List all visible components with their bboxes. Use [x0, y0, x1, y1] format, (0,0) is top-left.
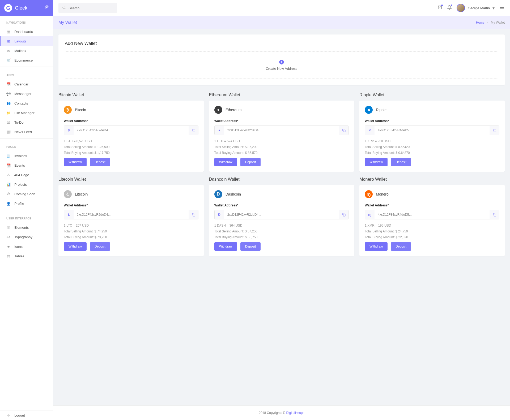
coin-name: Bitcoin	[75, 108, 86, 112]
coin-name: Ethereum	[226, 108, 242, 112]
footer-link[interactable]: DigitalHeaps	[286, 411, 304, 415]
wallet-rate: 1 LTC = 267 USD	[64, 224, 198, 227]
deposit-button[interactable]: Deposit	[90, 242, 110, 251]
logo[interactable]: G Gleek	[4, 4, 27, 12]
withdraw-button[interactable]: Withdraw	[365, 242, 388, 251]
footer: 2018 Copyrights © DigitalHeaps	[53, 405, 510, 420]
badge-dot	[451, 5, 452, 6]
user-icon: 👤	[6, 201, 11, 206]
wallet-selling: Total Selling Amount: $ 0.65420	[365, 145, 499, 149]
sidebar-nav: NAVIGATIONS ▦Dashboards ⊞Layouts ✉Mailbo…	[0, 16, 53, 410]
coin-icon: ɱ	[365, 190, 373, 198]
wallet-card: ɱ Monero Wallet Address* ɱ 1 XMR = 195 U…	[359, 185, 505, 256]
wallet-address-input[interactable]	[224, 210, 339, 219]
user-menu[interactable]: George Martin ▾	[457, 4, 495, 12]
sidebar-item-elements[interactable]: ◫Elements	[0, 223, 53, 232]
coin-icon: Đ	[214, 190, 222, 198]
breadcrumb-current: My Wallet	[491, 21, 505, 24]
wallet-selling: Total Selling Amount: $ 24,750	[365, 230, 499, 233]
wallet-heading: Monero Wallet	[359, 177, 505, 182]
withdraw-button[interactable]: Withdraw	[365, 158, 388, 166]
messages-icon[interactable]	[437, 5, 442, 11]
coin-icon: ♦	[214, 106, 222, 114]
coin-icon: Ł	[64, 190, 72, 198]
wallet-block: Bitcoin Wallet ₿ Bitcoin Wallet Address*…	[58, 93, 204, 172]
wallet-address-input[interactable]	[74, 126, 189, 135]
coin-name: Dashcoin	[226, 192, 241, 196]
deposit-button[interactable]: Deposit	[240, 158, 261, 166]
wallet-address-input[interactable]	[375, 210, 490, 219]
withdraw-button[interactable]: Withdraw	[64, 158, 87, 166]
coin-name: Ripple	[376, 108, 386, 112]
deposit-button[interactable]: Deposit	[391, 242, 411, 251]
wallet-card: ₿ Bitcoin Wallet Address* ₿ 1 BTC = 8,52…	[58, 101, 204, 172]
deposit-button[interactable]: Deposit	[240, 242, 261, 251]
events-icon: 📆	[6, 163, 11, 167]
coin-icon: ₿	[64, 106, 72, 114]
search-box[interactable]	[58, 3, 117, 13]
sidebar-item-messanger[interactable]: 💬Messanger	[0, 89, 53, 98]
copy-icon[interactable]	[339, 126, 348, 135]
copy-icon[interactable]	[490, 210, 499, 219]
avatar	[457, 4, 465, 12]
wallet-rate: 1 XMR = 195 USD	[365, 224, 499, 227]
sidebar-item-coming-soon[interactable]: ⏱Coming Soon	[0, 189, 53, 199]
user-name: George Martin	[468, 6, 490, 10]
wallet-address-input[interactable]	[375, 126, 490, 135]
wallet-selling: Total Selling Amount: $ 74,250	[64, 230, 198, 233]
wallet-card: Ł Litecoin Wallet Address* Ł 1 LTC = 267…	[58, 185, 204, 256]
sidebar-item-404[interactable]: ⚠404 Page	[0, 170, 53, 180]
main: George Martin ▾ My Wallet Home - My Wall…	[53, 0, 510, 420]
tools-icon[interactable]	[44, 5, 49, 11]
topbar: George Martin ▾	[53, 0, 510, 16]
wallet-address-label: Wallet Address*	[365, 203, 499, 207]
sidebar-item-tables[interactable]: ▤Tables	[0, 251, 53, 261]
wallet-address-group: ✕	[365, 125, 499, 135]
copy-icon[interactable]	[189, 210, 198, 219]
wallet-rate: 1 XRP = 250 USD	[365, 139, 499, 143]
sidebar-item-mailbox[interactable]: ✉Mailbox	[0, 46, 53, 55]
withdraw-button[interactable]: Withdraw	[214, 158, 237, 166]
sidebar-item-invoices[interactable]: 🧾Invoices	[0, 151, 53, 161]
wallet-rate: 1 DASH = 364 USD	[214, 224, 349, 227]
sidebar-item-events[interactable]: 📆Events	[0, 161, 53, 170]
sidebar-item-news-feed[interactable]: 📰News Feed	[0, 127, 53, 137]
search-input[interactable]	[69, 6, 113, 10]
wallet-card: ✕ Ripple Wallet Address* ✕ 1 XRP = 250 U…	[359, 101, 505, 172]
sidebar-item-contacts[interactable]: 👥Contacts	[0, 98, 53, 108]
sidebar-item-projects[interactable]: 📊Projects	[0, 180, 53, 189]
brand-name: Gleek	[15, 5, 27, 11]
notifications-icon[interactable]	[447, 5, 452, 11]
chevron-down-icon: ▾	[492, 6, 495, 11]
wallet-address-group: Đ	[214, 210, 349, 219]
sidebar-item-profile[interactable]: 👤Profile	[0, 199, 53, 208]
sidebar-item-icons[interactable]: ☻Icons	[0, 242, 53, 251]
copy-icon[interactable]	[189, 126, 198, 135]
deposit-button[interactable]: Deposit	[391, 158, 411, 166]
sidebar-item-ecommerce[interactable]: 🛒Ecommerce	[0, 55, 53, 65]
menu-toggle-icon[interactable]	[499, 5, 505, 11]
sidebar-item-layouts[interactable]: ⊞Layouts	[0, 36, 53, 46]
copy-icon[interactable]	[339, 210, 348, 219]
copy-icon[interactable]	[490, 126, 499, 135]
wallet-address-input[interactable]	[224, 126, 339, 135]
sidebar-item-logout[interactable]: ⎋Logout	[0, 410, 53, 420]
withdraw-button[interactable]: Withdraw	[64, 242, 87, 251]
wallet-address-input[interactable]	[74, 210, 189, 219]
wallet-heading: Dashcoin Wallet	[209, 177, 354, 182]
sidebar-item-dashboards[interactable]: ▦Dashboards	[0, 27, 53, 36]
nav-section-navigations: NAVIGATIONS	[0, 16, 53, 27]
svg-rect-4	[193, 214, 195, 216]
withdraw-button[interactable]: Withdraw	[214, 242, 237, 251]
wallet-selling: Total Selling Amount: $ 57,250	[214, 230, 349, 233]
sidebar-item-typography[interactable]: AaTypography	[0, 232, 53, 242]
deposit-button[interactable]: Deposit	[90, 158, 110, 166]
nav-section-ui: USER INTERFACE	[0, 212, 53, 223]
create-address-button[interactable]: + Create New Address	[65, 51, 498, 79]
wallet-buying: Total Buying Amount: $ 0.64870	[365, 151, 499, 155]
create-address-label: Create New Address	[73, 67, 490, 71]
sidebar-item-todo[interactable]: ☑To-Do	[0, 118, 53, 127]
breadcrumb-home[interactable]: Home	[476, 21, 484, 24]
sidebar-item-calendar[interactable]: 📅Calendar	[0, 79, 53, 89]
sidebar-item-file-manager[interactable]: 📁File Manager	[0, 108, 53, 118]
